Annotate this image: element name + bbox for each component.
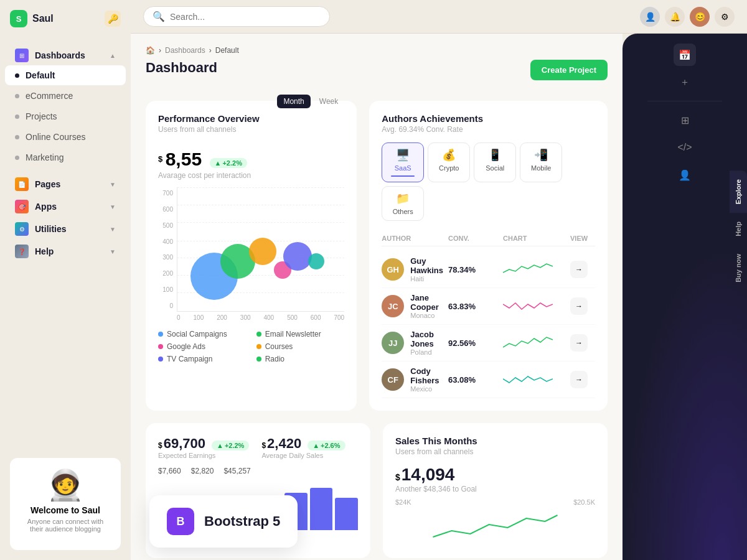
- breadcrumb-dashboards[interactable]: Dashboards: [165, 46, 205, 55]
- nav-dot-marketing: [15, 156, 19, 160]
- bubble-courses: [249, 238, 276, 265]
- sidebar-item-marketing[interactable]: Marketing: [5, 147, 126, 167]
- bubble-chart: [177, 187, 344, 312]
- author-conv-jane: 63.83%: [448, 302, 498, 311]
- y-axis: 700 600 500 400 300 200 100 0: [158, 187, 177, 312]
- performance-stat: $ 8,55 ▲ +2.2%: [158, 149, 344, 170]
- sidebar-item-projects[interactable]: Projects: [5, 106, 126, 126]
- stat-badge: ▲ +2.2%: [210, 158, 247, 168]
- tab-others[interactable]: 📁 Others: [382, 186, 424, 221]
- saas-tab-icon: 🖥️: [396, 148, 410, 162]
- sidebar-item-default[interactable]: Default: [5, 65, 126, 85]
- social-tab-icon: 📱: [488, 148, 502, 162]
- tab-mobile[interactable]: 📲 Mobile: [520, 142, 562, 182]
- author-conv-jacob: 92.56%: [448, 338, 498, 348]
- author-info-cody: CF Cody Fishers Mexico: [382, 366, 443, 393]
- topbar-settings-icon[interactable]: ⚙: [715, 7, 735, 27]
- legend-email-newsletter: Email Newsletter: [256, 330, 345, 338]
- sidebar-welcome: 🧑‍🚀 Welcome to Saul Anyone can connect w…: [0, 448, 131, 560]
- pages-arrow-icon: ▼: [110, 181, 116, 188]
- rp-code-icon[interactable]: </>: [674, 136, 696, 159]
- bubble-tv-campaign: [283, 242, 312, 271]
- bar-8: [335, 498, 358, 530]
- side-label-help[interactable]: Help: [730, 213, 747, 245]
- earn-badge-1: ▲ +2.2%: [212, 441, 249, 450]
- tab-saas[interactable]: 🖥️ SaaS: [382, 142, 424, 182]
- sidebar-section-help[interactable]: ❓ Help ▼: [5, 238, 126, 261]
- rp-add-icon[interactable]: ＋: [674, 71, 696, 93]
- toggle-month-button[interactable]: Month: [277, 95, 310, 108]
- topbar-bell-icon[interactable]: 🔔: [665, 7, 685, 27]
- right-panel: 📅 ＋ ⊞ </> 👤 Explore Help Buy now: [622, 34, 747, 560]
- view-button-cody[interactable]: →: [570, 371, 588, 388]
- dashboard-main: 🏠 › Dashboards › Default Dashboard Creat…: [131, 34, 622, 560]
- tab-social[interactable]: 📱 Social: [474, 142, 516, 182]
- sidebar-section-apps[interactable]: 🎯 Apps ▼: [5, 194, 126, 216]
- breadcrumb: 🏠 › Dashboards › Default: [146, 46, 608, 55]
- author-conv-guy: 78.34%: [448, 265, 498, 274]
- toggle-week-button[interactable]: Week: [313, 95, 344, 108]
- topbar-right: 👤 🔔 😊 ⚙: [640, 7, 735, 27]
- view-button-jane[interactable]: →: [570, 297, 588, 315]
- app-name: Saul: [32, 13, 54, 24]
- sidebar-section-pages[interactable]: 📄 Pages ▼: [5, 171, 126, 194]
- topbar-avatar-small[interactable]: 👤: [640, 7, 660, 27]
- crypto-tab-icon: 💰: [442, 148, 456, 162]
- overlay-bootstrap-card: B Bootstrap 5: [149, 495, 298, 548]
- legend-social-campaigns: Social Campaigns: [158, 330, 247, 338]
- mini-chart-cody: [503, 370, 553, 389]
- nav-dot-default: [15, 73, 19, 78]
- toggle-group: Month Week: [277, 95, 344, 108]
- author-name-guy: Guy Hawkins: [410, 256, 443, 275]
- sales-goal-text: Another $48,346 to Goal: [395, 485, 595, 493]
- legend-dot-tv: [158, 357, 163, 362]
- earn-label-1: Expected Earnings: [158, 452, 249, 459]
- pages-icon: 📄: [15, 177, 29, 191]
- breadcrumb-home-icon: 🏠: [146, 46, 155, 55]
- earnings-items: $7,660 $2,820 $45,257: [158, 467, 358, 475]
- search-icon: 🔍: [153, 11, 165, 22]
- dashboard-grid: Performance Overview Users from all chan…: [146, 101, 608, 411]
- right-panel-icons: 📅 ＋ ⊞ </> 👤: [622, 34, 747, 196]
- sidebar-section-dashboards[interactable]: ⊞ Dashboards ▲: [5, 42, 126, 65]
- earn-label-2: Average Daily Sales: [261, 452, 345, 459]
- legend-courses: Courses: [256, 342, 345, 351]
- search-box[interactable]: 🔍: [143, 6, 330, 27]
- tab-crypto[interactable]: 💰 Crypto: [428, 142, 470, 182]
- performance-card: Performance Overview Users from all chan…: [146, 101, 357, 411]
- side-label-explore[interactable]: Explore: [730, 170, 747, 213]
- sidebar-item-online-courses[interactable]: Online Courses: [5, 127, 126, 147]
- rp-grid-icon[interactable]: ⊞: [674, 109, 696, 131]
- search-input[interactable]: [170, 12, 321, 22]
- nav-dot-projects: [15, 114, 19, 119]
- earn-stat-expected: $ 69,700 ▲ +2.2% Expected Earnings: [158, 436, 249, 459]
- col-conv: CONV.: [448, 235, 498, 242]
- legend-tv-campaign: TV Campaign: [158, 355, 247, 363]
- sidebar-section-label-dashboards: Dashboards: [35, 50, 110, 60]
- sidebar: S Saul 🔑 ⊞ Dashboards ▲ Default eCommerc…: [0, 0, 131, 560]
- topbar-user-avatar[interactable]: 😊: [690, 7, 710, 27]
- bubble-radio: [308, 253, 324, 269]
- sidebar-section-utilities[interactable]: ⚙ Utilities ▼: [5, 216, 126, 238]
- authors-card: Authors Achievements Avg. 69.34% Conv. R…: [369, 101, 608, 411]
- welcome-illustration: 🧑‍🚀: [20, 468, 111, 503]
- earn-value-2: 2,420: [267, 436, 301, 452]
- avatar-jane: JC: [382, 295, 404, 317]
- sidebar-toggle-button[interactable]: 🔑: [105, 11, 121, 27]
- rp-calendar-icon[interactable]: 📅: [674, 44, 696, 66]
- app-logo: S: [10, 10, 27, 27]
- rp-user-icon[interactable]: 👤: [674, 164, 696, 186]
- side-label-buy-now[interactable]: Buy now: [730, 245, 747, 291]
- crypto-tab-label: Crypto: [439, 164, 459, 172]
- sidebar-section-label-help: Help: [35, 246, 110, 256]
- view-button-jacob[interactable]: →: [570, 334, 588, 352]
- sidebar-item-label-default: Default: [26, 70, 116, 80]
- view-button-guy[interactable]: →: [570, 261, 588, 278]
- sidebar-item-ecommerce[interactable]: eCommerce: [5, 86, 126, 106]
- welcome-title: Welcome to Saul: [20, 505, 111, 515]
- create-project-button[interactable]: Create Project: [530, 60, 608, 80]
- author-info-guy: GH Guy Hawkins Haiti: [382, 256, 443, 282]
- welcome-subtitle: Anyone can connect with their audience b…: [20, 518, 111, 533]
- earn-item-2: $2,820: [191, 467, 214, 475]
- avatar-cody: CF: [382, 368, 404, 391]
